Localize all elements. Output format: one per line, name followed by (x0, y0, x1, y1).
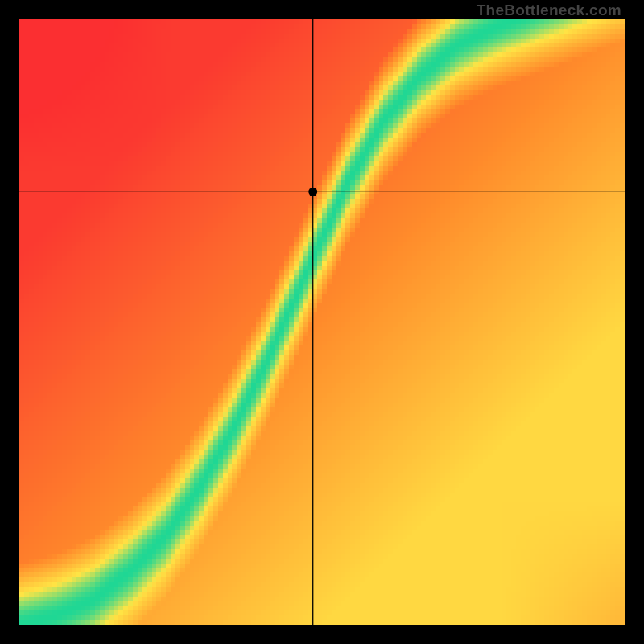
chart-frame: TheBottleneck.com (0, 0, 644, 644)
plot-area (19, 19, 625, 625)
heatmap-canvas (19, 19, 625, 625)
watermark-text: TheBottleneck.com (477, 2, 621, 19)
